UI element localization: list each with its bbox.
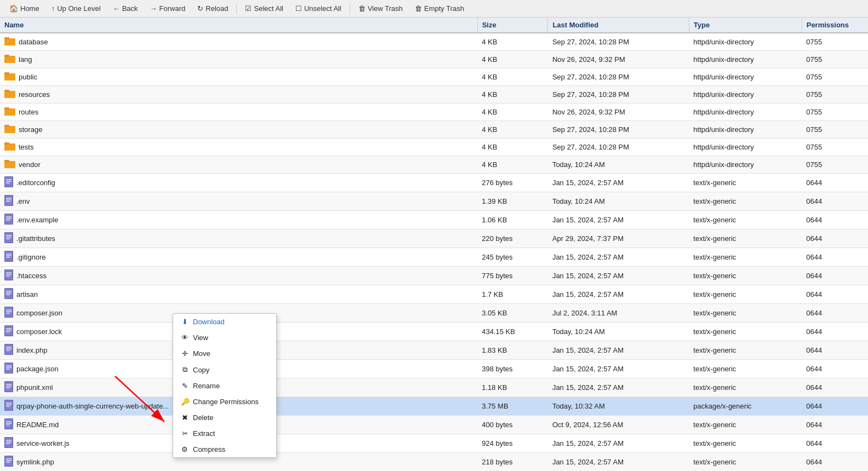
file-type-cell: text/x-generic [689,341,802,360]
file-size-cell: 218 bytes [477,453,548,472]
file-size-cell: 1.06 KB [477,211,548,229]
table-row[interactable]: routes4 KBNov 26, 2024, 9:32 PMhttpd/uni… [0,104,868,121]
table-row[interactable]: resources4 KBSep 27, 2024, 10:28 PMhttpd… [0,86,868,104]
file-size-cell: 3.05 KB [477,304,548,323]
table-row[interactable]: artisan1.7 KBJan 15, 2024, 2:57 AMtext/x… [0,285,868,304]
file-name-text: public [19,73,37,81]
context-menu-item-download[interactable]: ⬇Download [173,314,276,330]
table-row[interactable]: public4 KBSep 27, 2024, 10:28 PMhttpd/un… [0,68,868,86]
context-menu-item-rename[interactable]: ✎Rename [173,378,276,394]
file-type-cell: text/x-generic [689,453,802,472]
svg-rect-87 [5,438,13,447]
context-menu-item-extract[interactable]: ✂Extract [173,426,276,441]
file-name-text: package.json [16,365,59,373]
col-modified[interactable]: Last Modified [548,18,689,33]
table-row[interactable]: README.md400 bytesOct 9, 2024, 12:56 AMt… [0,416,868,434]
file-type-cell: httpd/unix-directory [689,86,802,104]
table-row[interactable]: phpunit.xml1.18 KBJan 15, 2024, 2:57 AMt… [0,378,868,397]
table-row[interactable]: index.php1.83 KBJan 15, 2024, 2:57 AMtex… [0,341,868,360]
file-name-text: vendor [19,160,41,169]
reload-button[interactable]: ↻ Reload [192,2,233,15]
file-name-text: .env.example [16,216,58,224]
back-button[interactable]: ← Back [108,2,143,15]
table-row[interactable]: tests4 KBSep 27, 2024, 10:28 PMhttpd/uni… [0,139,868,156]
svg-rect-9 [4,107,9,110]
folder-icon [4,89,15,100]
file-size-cell: 276 bytes [477,174,548,192]
separator-2 [350,3,350,14]
col-type[interactable]: Type [689,18,802,33]
file-name-cell: storage [0,121,477,139]
table-row[interactable]: .env1.39 KBToday, 10:24 AMtext/x-generic… [0,192,868,211]
file-name-text: resources [19,90,50,99]
context-menu-item-permissions[interactable]: 🔑Change Permissions [173,394,276,410]
table-row[interactable]: service-worker.js924 bytesJan 15, 2024, … [0,434,868,453]
rename-icon: ✎ [181,382,189,390]
file-size-cell: 398 bytes [477,360,548,378]
file-modified-cell: Jan 15, 2024, 2:57 AM [548,434,689,453]
file-icon [4,344,13,357]
table-row[interactable]: lang4 KBNov 26, 2024, 9:32 PMhttpd/unix-… [0,51,868,68]
context-menu-item-move[interactable]: ✛Move [173,346,276,361]
table-row[interactable]: .gitignore245 bytesJan 15, 2024, 2:57 AM… [0,248,868,267]
trash-view-icon: 🗑 [358,4,366,13]
file-name-text: database [19,38,48,46]
file-type-cell: text/x-generic [689,360,802,378]
table-row[interactable]: storage4 KBSep 27, 2024, 10:28 PMhttpd/u… [0,121,868,139]
view-trash-button[interactable]: 🗑 View Trash [353,2,408,15]
folder-icon [4,141,15,153]
context-menu: ⬇Download👁View✛Move⧉Copy✎Rename🔑Change P… [173,313,277,458]
file-icon [4,307,13,319]
table-row[interactable]: .env.example1.06 KBJan 15, 2024, 2:57 AM… [0,211,868,229]
svg-rect-62 [5,344,13,354]
file-name-text: composer.json [16,309,62,317]
svg-rect-47 [5,289,13,298]
file-type-cell: text/x-generic [689,304,802,323]
svg-rect-37 [5,251,13,261]
table-row[interactable]: package.json398 bytesJan 15, 2024, 2:57 … [0,360,868,378]
table-row[interactable]: composer.json3.05 KBJul 2, 2024, 3:11 AM… [0,304,868,323]
file-size-cell: 4 KB [477,86,548,104]
file-name-cell: routes [0,104,477,121]
empty-trash-button[interactable]: 🗑 Empty Trash [410,2,469,15]
file-type-cell: text/x-generic [689,378,802,397]
home-button[interactable]: 🏠 Home [4,2,44,15]
forward-button[interactable]: → Forward [145,2,191,15]
col-name[interactable]: Name [0,18,477,33]
file-modified-cell: Jan 15, 2024, 2:57 AM [548,285,689,304]
svg-rect-57 [5,326,13,336]
context-menu-item-delete[interactable]: ✖Delete [173,410,276,426]
file-permissions-cell: 0755 [802,139,868,156]
file-type-cell: httpd/unix-directory [689,51,802,68]
table-row[interactable]: .htaccess775 bytesJan 15, 2024, 2:57 AMt… [0,267,868,285]
col-size[interactable]: Size [477,18,548,33]
table-row[interactable]: .gitattributes220 bytesApr 29, 2024, 7:3… [0,229,868,248]
col-permissions[interactable]: Permissions [802,18,868,33]
context-menu-item-view[interactable]: 👁View [173,330,276,346]
table-row[interactable]: vendor4 KBToday, 10:24 AMhttpd/unix-dire… [0,156,868,174]
context-menu-item-compress[interactable]: ⚙Compress [173,441,276,457]
table-row[interactable]: symlink.php218 bytesJan 15, 2024, 2:57 A… [0,453,868,472]
folder-icon [4,124,15,135]
file-icon [4,269,13,282]
file-type-cell: package/x-generic [689,397,802,416]
table-row[interactable]: qrpay-phone-auth-single-currency-web-upd… [0,397,868,416]
table-row[interactable]: .editorconfig276 bytesJan 15, 2024, 2:57… [0,174,868,192]
file-size-cell: 4 KB [477,121,548,139]
forward-icon: → [150,4,157,13]
file-modified-cell: Oct 9, 2024, 12:56 AM [548,416,689,434]
unselect-all-button[interactable]: ☐ Unselect All [290,2,346,15]
table-row[interactable]: database4 KBSep 27, 2024, 10:28 PMhttpd/… [0,33,868,51]
file-name-text: .gitattributes [16,234,55,243]
file-name-text: lang [19,55,32,64]
file-icon [4,363,13,375]
select-all-button[interactable]: ☑ Select All [240,2,288,15]
back-icon: ← [113,4,120,13]
file-icon [4,195,13,208]
file-size-cell: 4 KB [477,68,548,86]
file-name-cell: .gitignore [0,248,477,267]
context-menu-item-copy[interactable]: ⧉Copy [173,361,276,378]
file-name-cell: artisan [0,285,477,304]
up-one-level-button[interactable]: ↑ Up One Level [47,2,106,15]
table-row[interactable]: composer.lock434.15 KBToday, 10:24 AMtex… [0,323,868,341]
